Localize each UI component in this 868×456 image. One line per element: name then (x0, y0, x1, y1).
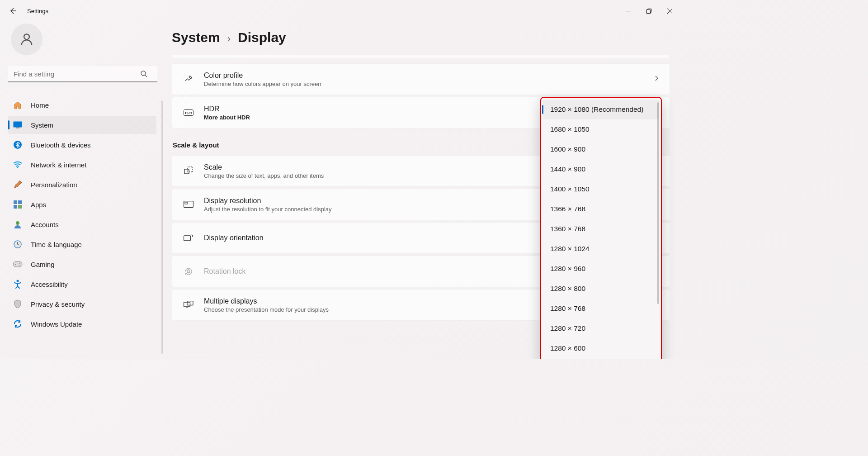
nav-item-label: Home (31, 101, 49, 109)
svg-text:HDR: HDR (185, 111, 192, 114)
account-icon (13, 219, 23, 229)
resolution-option[interactable]: 1366 × 768 (543, 199, 659, 219)
resolution-option[interactable]: 1360 × 768 (543, 219, 659, 239)
breadcrumb-current: Display (238, 30, 286, 45)
svg-point-15 (19, 263, 20, 264)
color-profile-card[interactable]: Color profile Determine how colors appea… (172, 63, 670, 95)
nav-item-home[interactable]: Home (8, 96, 156, 114)
nav-item-time[interactable]: Time & language (8, 235, 156, 253)
svg-rect-9 (14, 205, 17, 209)
svg-rect-4 (16, 128, 19, 128)
search-icon (140, 70, 147, 77)
svg-point-1 (24, 34, 29, 39)
maximize-icon (646, 9, 651, 14)
chevron-right-icon: › (227, 33, 231, 45)
minimize-icon (626, 9, 631, 14)
resolution-option[interactable]: 1280 × 800 (543, 279, 659, 299)
resolution-option[interactable]: 1440 × 900 (543, 159, 659, 179)
rotation-lock-icon (182, 267, 195, 276)
nav-item-label: Apps (31, 201, 46, 209)
resolution-dropdown[interactable]: 1920 × 1080 (Recommended)1680 × 10501600… (540, 97, 662, 359)
user-avatar[interactable] (11, 24, 42, 55)
nav-item-label: Accessibility (31, 280, 68, 288)
svg-point-11 (16, 221, 19, 225)
titlebar: Settings (0, 0, 684, 22)
update-icon (13, 319, 23, 329)
maximize-button[interactable] (638, 4, 659, 18)
system-icon (13, 120, 23, 130)
minimize-button[interactable] (618, 4, 638, 18)
svg-point-17 (17, 280, 19, 282)
resolution-icon (182, 201, 195, 208)
svg-rect-25 (188, 271, 190, 273)
color-profile-icon (182, 75, 195, 84)
svg-rect-23 (185, 202, 188, 204)
wifi-icon (13, 160, 23, 170)
sidebar: HomeSystemBluetooth & devicesNetwork & i… (0, 22, 163, 359)
resolution-option[interactable]: 1920 × 1080 (Recommended) (543, 100, 659, 119)
svg-point-2 (141, 71, 146, 76)
nav-item-label: Accounts (31, 221, 59, 228)
svg-rect-13 (13, 261, 22, 267)
color-profile-title: Color profile (204, 71, 653, 80)
nav-item-update[interactable]: Windows Update (8, 315, 156, 333)
resolution-option[interactable]: 1280 × 720 (543, 318, 659, 338)
search-container (8, 66, 156, 82)
svg-rect-8 (18, 200, 22, 204)
privacy-icon (13, 299, 23, 309)
nav-item-label: Bluetooth & devices (31, 141, 91, 149)
svg-rect-10 (18, 205, 22, 209)
hdr-icon: HDR (182, 109, 195, 116)
svg-rect-20 (184, 169, 189, 174)
window-controls (618, 4, 680, 18)
arrow-left-icon (9, 7, 16, 14)
nav-item-label: System (31, 121, 53, 129)
resolution-option[interactable]: 1280 × 600 (543, 338, 659, 358)
sidebar-scrollbar[interactable] (161, 100, 163, 354)
apps-icon (13, 200, 23, 209)
search-input[interactable] (8, 66, 157, 82)
gaming-icon (13, 259, 23, 269)
svg-point-16 (19, 265, 20, 266)
nav-item-label: Gaming (31, 261, 55, 268)
nav-item-bluetooth[interactable]: Bluetooth & devices (8, 136, 156, 154)
nav-item-wifi[interactable]: Network & internet (8, 156, 156, 174)
chevron-right-icon (653, 75, 660, 83)
bluetooth-icon (13, 140, 23, 150)
close-button[interactable] (659, 4, 680, 18)
svg-rect-24 (184, 236, 191, 241)
brush-icon (13, 180, 23, 190)
svg-point-14 (15, 264, 16, 265)
orientation-icon (182, 234, 195, 242)
time-icon (13, 239, 23, 249)
breadcrumb: System › Display (172, 30, 670, 45)
resolution-option[interactable]: 1280 × 768 (543, 299, 659, 318)
svg-rect-3 (14, 122, 22, 128)
resolution-option[interactable]: 1400 × 1050 (543, 179, 659, 199)
nav-item-brush[interactable]: Personalization (8, 176, 156, 194)
resolution-option[interactable]: 1280 × 1024 (543, 239, 659, 259)
nav-item-label: Network & internet (31, 161, 86, 169)
resolution-option[interactable]: 1280 × 960 (543, 259, 659, 279)
nav-list: HomeSystemBluetooth & devicesNetwork & i… (8, 96, 156, 333)
nav-item-account[interactable]: Accounts (8, 215, 156, 233)
nav-item-label: Privacy & security (31, 300, 85, 308)
card-cut-top (172, 55, 670, 59)
back-button[interactable] (4, 2, 22, 20)
nav-item-accessibility[interactable]: Accessibility (8, 275, 156, 293)
resolution-option[interactable]: 1600 × 900 (543, 139, 659, 159)
breadcrumb-parent[interactable]: System (172, 30, 220, 45)
nav-item-label: Personalization (31, 181, 77, 189)
nav-item-apps[interactable]: Apps (8, 195, 156, 214)
nav-item-privacy[interactable]: Privacy & security (8, 295, 156, 313)
nav-item-gaming[interactable]: Gaming (8, 255, 156, 273)
svg-rect-0 (646, 10, 650, 13)
multiple-displays-icon (182, 301, 195, 309)
nav-item-label: Time & language (31, 241, 82, 248)
person-icon (19, 32, 34, 47)
resolution-option[interactable]: 1680 × 1050 (543, 119, 659, 139)
accessibility-icon (13, 279, 23, 289)
app-title: Settings (27, 8, 48, 14)
home-icon (13, 100, 23, 110)
nav-item-system[interactable]: System (8, 116, 156, 134)
